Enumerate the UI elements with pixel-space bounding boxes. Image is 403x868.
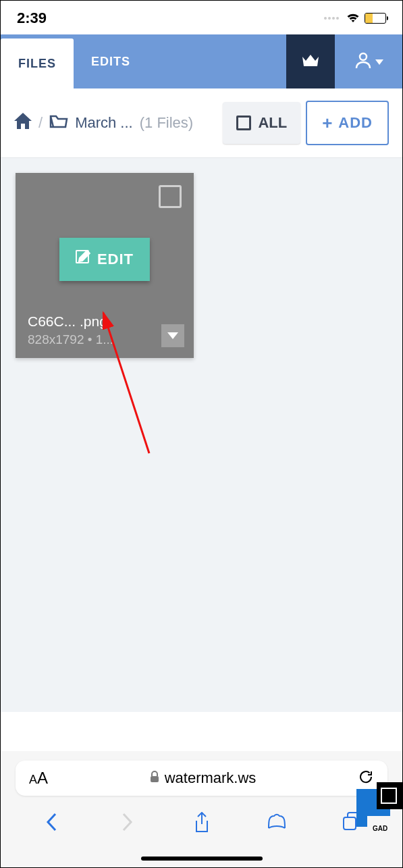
file-meta: 828x1792 • 1...: [28, 332, 182, 347]
app-header: FILES EDITS: [1, 34, 402, 88]
file-count: (1 Files): [140, 114, 193, 132]
breadcrumb-folder[interactable]: March ...: [75, 114, 133, 132]
svg-text:GAD: GAD: [373, 825, 387, 832]
url-text: watermark.ws: [165, 769, 257, 787]
status-bar: 2:39: [1, 1, 402, 34]
svg-point-0: [360, 53, 367, 60]
clock: 2:39: [17, 9, 47, 27]
premium-button[interactable]: [286, 34, 335, 88]
select-all-button[interactable]: ALL: [223, 102, 300, 144]
file-grid: EDIT C66C... .png 828x1792 • 1...: [1, 158, 402, 712]
breadcrumb-separator: /: [38, 114, 43, 132]
home-indicator: [141, 857, 263, 861]
url-display[interactable]: watermark.ws: [48, 769, 358, 787]
folder-icon: [49, 113, 68, 132]
checkbox-icon: [236, 116, 251, 130]
battery-icon: [365, 13, 386, 24]
corner-badge: GAD: [350, 782, 402, 834]
forward-button: [113, 812, 140, 832]
browser-address-bar: AA watermark.ws: [1, 751, 402, 805]
svg-rect-3: [151, 776, 159, 782]
file-options-button[interactable]: [161, 324, 184, 347]
edit-pencil-icon: [76, 250, 90, 269]
file-info: C66C... .png 828x1792 • 1...: [28, 313, 182, 347]
plus-icon: +: [322, 114, 333, 132]
lock-icon: [150, 769, 159, 787]
all-label: ALL: [258, 114, 287, 132]
tab-files[interactable]: FILES: [1, 39, 74, 88]
file-card[interactable]: EDIT C66C... .png 828x1792 • 1...: [16, 173, 194, 358]
edit-label: EDIT: [97, 251, 134, 268]
chevron-down-icon: [167, 330, 178, 342]
edit-button[interactable]: EDIT: [59, 238, 150, 281]
share-button[interactable]: [188, 812, 215, 834]
cellular-dots-icon: [324, 17, 339, 20]
bookmarks-button[interactable]: [263, 812, 290, 829]
home-icon[interactable]: [14, 113, 32, 133]
text-size-button[interactable]: AA: [29, 769, 48, 788]
chevron-down-icon: [375, 55, 383, 68]
add-label: ADD: [338, 114, 373, 132]
user-icon: [354, 51, 373, 72]
add-button[interactable]: + ADD: [306, 101, 389, 145]
back-button[interactable]: [38, 812, 65, 832]
tab-edits[interactable]: EDITS: [74, 34, 148, 88]
file-name: C66C... .png: [28, 313, 182, 330]
user-menu-button[interactable]: [335, 34, 402, 88]
toolbar: / March ... (1 Files) ALL + ADD: [1, 88, 402, 158]
svg-rect-7: [382, 789, 396, 802]
file-select-checkbox[interactable]: [159, 185, 182, 208]
url-pill[interactable]: AA watermark.ws: [16, 761, 387, 796]
breadcrumb: / March ... (1 Files): [14, 113, 217, 133]
wifi-icon: [346, 13, 360, 24]
status-indicators: [324, 13, 386, 24]
crown-icon: [301, 53, 320, 70]
